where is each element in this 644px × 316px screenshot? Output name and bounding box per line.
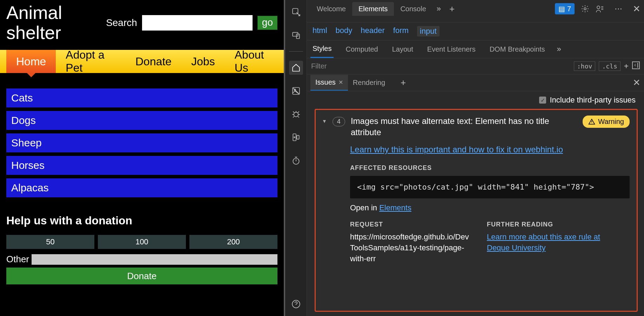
main-nav: Home Adopt a Pet Donate Jobs About Us bbox=[0, 50, 284, 73]
chat-icon: ▤ bbox=[558, 5, 565, 13]
device-toggle-icon[interactable] bbox=[289, 28, 303, 42]
panel-layout[interactable]: Layout bbox=[390, 41, 415, 58]
svg-rect-6 bbox=[293, 134, 296, 141]
panel-dom-breakpoints[interactable]: DOM Breakpoints bbox=[488, 41, 547, 58]
issues-count: 7 bbox=[567, 5, 571, 13]
include-third-party-row: ✓ Include third-party issues bbox=[307, 91, 644, 109]
styles-tab-bar: Styles Computed Layout Event Listeners D… bbox=[307, 40, 644, 58]
activity-separator bbox=[289, 51, 303, 52]
breadcrumb-trail: html body header form input bbox=[307, 22, 644, 40]
crumb-body[interactable]: body bbox=[336, 26, 353, 37]
drawer-tab-issues[interactable]: Issues ✕ bbox=[310, 75, 348, 91]
donate-button[interactable]: Donate bbox=[6, 268, 277, 284]
crumb-header[interactable]: header bbox=[361, 26, 385, 37]
no-image-icon[interactable] bbox=[289, 84, 303, 98]
styles-filter-input[interactable] bbox=[311, 62, 574, 70]
svg-rect-1 bbox=[293, 32, 298, 36]
open-in-elements-link[interactable]: Elements bbox=[379, 203, 411, 212]
further-reading-link[interactable]: Learn more about this axe rule at Deque … bbox=[487, 232, 600, 252]
issues-panel: ✓ Include third-party issues ▼ 4 Images … bbox=[307, 91, 644, 316]
crumb-form[interactable]: form bbox=[393, 26, 409, 37]
nav-jobs[interactable]: Jobs bbox=[181, 50, 225, 73]
svg-point-10 bbox=[584, 8, 586, 10]
add-drawer-tab-icon[interactable]: + bbox=[396, 77, 410, 88]
tab-welcome[interactable]: Welcome bbox=[310, 2, 352, 16]
activity-bar bbox=[285, 0, 307, 316]
nav-about[interactable]: About Us bbox=[225, 50, 284, 73]
issue-title: Images must have alternate text: Element… bbox=[351, 116, 577, 138]
drawer-tab-issues-label: Issues bbox=[315, 78, 336, 86]
other-amount-input[interactable] bbox=[32, 254, 277, 265]
stopwatch-icon[interactable] bbox=[289, 153, 303, 167]
devtools-pane: Welcome Elements Console » + ▤ 7 ⋯ ✕ bbox=[285, 0, 644, 316]
search-go-button[interactable]: go bbox=[257, 16, 277, 30]
expand-chevron-icon[interactable]: ▼ bbox=[322, 118, 327, 124]
svg-point-5 bbox=[294, 112, 298, 117]
more-options-icon[interactable]: ⋯ bbox=[610, 4, 626, 13]
hov-toggle[interactable]: :hov bbox=[574, 61, 595, 71]
panel-styles[interactable]: Styles bbox=[310, 40, 334, 58]
main-tab-bar: Welcome Elements Console » + ▤ 7 ⋯ ✕ bbox=[307, 0, 644, 18]
responsive-icon[interactable] bbox=[289, 130, 303, 144]
close-issues-tab-icon[interactable]: ✕ bbox=[338, 79, 343, 86]
toolbar-right: ▤ 7 ⋯ ✕ bbox=[555, 3, 640, 14]
nav-home[interactable]: Home bbox=[6, 50, 56, 73]
new-style-rule-icon[interactable]: + bbox=[624, 61, 629, 71]
search-label: Search bbox=[106, 17, 137, 28]
category-cats[interactable]: Cats bbox=[6, 88, 277, 107]
help-icon[interactable] bbox=[289, 297, 303, 311]
tab-elements[interactable]: Elements bbox=[352, 2, 394, 16]
more-tabs-icon[interactable]: » bbox=[432, 4, 445, 13]
more-panels-icon[interactable]: » bbox=[557, 45, 561, 54]
drawer-tab-bar: Issues ✕ Rendering + ✕ bbox=[307, 74, 644, 91]
donation-heading: Help us with a donation bbox=[6, 214, 277, 227]
category-sheep[interactable]: Sheep bbox=[6, 133, 277, 152]
panel-event-listeners[interactable]: Event Listeners bbox=[425, 41, 478, 58]
inspect-tool-icon[interactable] bbox=[289, 5, 303, 19]
learn-why-link[interactable]: Learn why this is important and how to f… bbox=[350, 145, 630, 154]
bug-icon[interactable] bbox=[289, 107, 303, 121]
issue-header: ▼ 4 Images must have alternate text: Ele… bbox=[322, 116, 630, 138]
amount-100[interactable]: 100 bbox=[98, 235, 186, 249]
close-drawer-icon[interactable]: ✕ bbox=[633, 77, 640, 88]
tab-console[interactable]: Console bbox=[394, 2, 432, 16]
drawer-tab-rendering[interactable]: Rendering bbox=[348, 75, 390, 90]
website-pane: Animal shelter Search go Home Adopt a Pe… bbox=[0, 0, 284, 316]
crumb-html[interactable]: html bbox=[313, 26, 327, 37]
category-horses[interactable]: Horses bbox=[6, 156, 277, 175]
close-devtools-icon[interactable]: ✕ bbox=[633, 4, 640, 14]
other-label: Other bbox=[6, 254, 27, 265]
include-third-party-label: Include third-party issues bbox=[550, 96, 636, 105]
add-tab-icon[interactable]: + bbox=[445, 4, 459, 14]
open-in-row: Open in Elements bbox=[350, 203, 630, 212]
include-third-party-checkbox[interactable]: ✓ bbox=[539, 97, 546, 104]
panel-computed[interactable]: Computed bbox=[343, 41, 380, 58]
further-heading: FURTHER READING bbox=[487, 221, 606, 228]
nav-adopt[interactable]: Adopt a Pet bbox=[56, 50, 126, 73]
further-reading-column: FURTHER READING Learn more about this ax… bbox=[487, 221, 606, 264]
request-column: REQUEST https://microsoftedge.github.io/… bbox=[350, 221, 469, 264]
category-alpacas[interactable]: Alpacas bbox=[6, 178, 277, 197]
issue-count-pill: 4 bbox=[333, 117, 345, 126]
donation-amounts: 50 100 200 bbox=[6, 235, 277, 249]
affected-resources-heading: AFFECTED RESOURCES bbox=[350, 164, 630, 172]
search-input[interactable] bbox=[142, 15, 253, 31]
issue-card: ▼ 4 Images must have alternate text: Ele… bbox=[315, 109, 638, 312]
site-header: Animal shelter Search go bbox=[0, 0, 284, 43]
category-dogs[interactable]: Dogs bbox=[6, 111, 277, 130]
elements-tool-icon[interactable] bbox=[289, 61, 303, 75]
cls-toggle[interactable]: .cls bbox=[599, 61, 620, 71]
account-icon[interactable] bbox=[596, 5, 604, 13]
settings-gear-icon[interactable] bbox=[581, 5, 589, 13]
amount-50[interactable]: 50 bbox=[6, 235, 94, 249]
warning-triangle-icon bbox=[588, 118, 595, 125]
svg-rect-7 bbox=[297, 136, 299, 139]
amount-200[interactable]: 200 bbox=[189, 235, 277, 249]
devtools-main: Welcome Elements Console » + ▤ 7 ⋯ ✕ bbox=[307, 0, 644, 316]
computed-sidebar-icon[interactable] bbox=[632, 61, 640, 69]
warning-badge: Warning bbox=[583, 116, 630, 128]
crumb-input[interactable]: input bbox=[417, 26, 440, 37]
nav-donate[interactable]: Donate bbox=[126, 50, 181, 73]
other-amount-row: Other bbox=[6, 254, 277, 265]
issues-counter-badge[interactable]: ▤ 7 bbox=[555, 3, 575, 14]
